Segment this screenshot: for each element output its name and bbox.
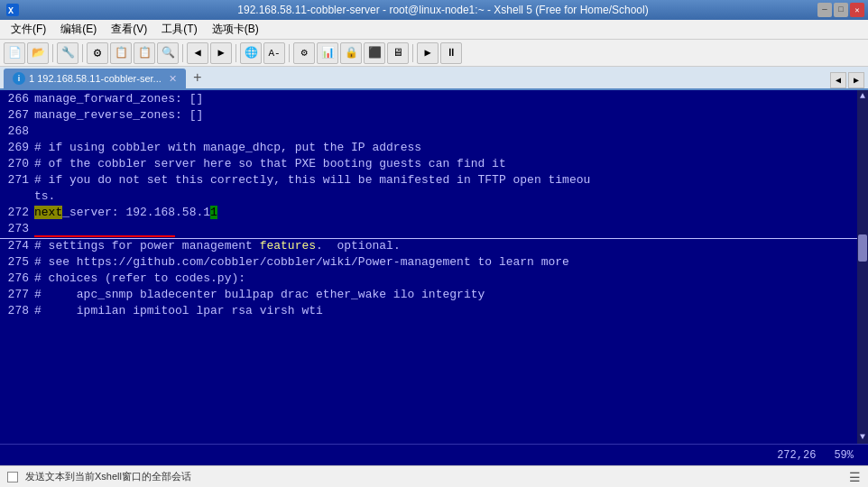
tab-next-button[interactable]: ▶ — [848, 72, 864, 88]
tb-btn6[interactable]: 🔍 — [157, 42, 179, 64]
tb-sep6 — [412, 44, 413, 62]
terminal-line-273: 273 — [0, 222, 868, 239]
terminal-line-267: 267 manage_reverse_zones: [] — [0, 108, 868, 124]
tb-btn15[interactable]: 🖥 — [387, 42, 409, 64]
tb-btn7[interactable]: ◀ — [187, 42, 208, 64]
send-all-checkbox[interactable] — [7, 472, 18, 482]
terminal-line-272: 272 next_server: 192.168.58.11 — [0, 206, 868, 222]
toolbar: 📄 📂 🔧 ⚙ 📋 📋 🔍 ◀ ▶ 🌐 A- ⚙ 📊 🔒 ⬛ 🖥 ▶ ⏸ — [0, 40, 868, 67]
tb-btn10[interactable]: A- — [263, 42, 285, 64]
title-bar: X 192.168.58.11-cobbler-server - root@li… — [0, 0, 868, 20]
terminal-line-276: 276 # choices (refer to codes.py): — [0, 271, 868, 288]
terminal-line-275: 275 # see https://github.com/cobbler/cob… — [0, 255, 868, 271]
terminal-line-277: 277 # apc_snmp bladecenter bullpap drac … — [0, 288, 868, 304]
tb-btn8[interactable]: ▶ — [210, 42, 232, 64]
tab-prev-button[interactable]: ◀ — [830, 72, 846, 88]
tab-info-icon: i — [13, 72, 25, 85]
highlight-cursor: 1 — [210, 206, 217, 219]
tb-btn11[interactable]: ⚙ — [293, 42, 315, 64]
scroll-thumb[interactable] — [858, 234, 867, 262]
tb-open[interactable]: 📂 — [27, 42, 49, 64]
svg-text:X: X — [8, 6, 14, 16]
tab-navigation: ◀ ▶ — [830, 72, 864, 88]
terminal-line-278: 278 # ipmilan ipmitool lpar rsa virsh wt… — [0, 304, 868, 320]
tb-sep5 — [289, 44, 290, 62]
maximize-button[interactable]: □ — [834, 3, 848, 17]
menu-bar: 文件(F) 编辑(E) 查看(V) 工具(T) 选项卡(B) — [0, 20, 868, 40]
tb-btn16[interactable]: ▶ — [417, 42, 439, 64]
cursor-position: 272,26 — [777, 449, 816, 462]
tb-btn4[interactable]: 📋 — [110, 42, 132, 64]
terminal-line-270: 270 # of the cobbler server here so that… — [0, 157, 868, 173]
tab-label: 1 192.168.58.11-cobbler-ser... — [29, 73, 162, 84]
tb-sep4 — [235, 44, 236, 62]
menu-edit[interactable]: 编辑(E) — [53, 20, 104, 39]
scrollbar[interactable]: ▲ ▼ — [857, 90, 868, 444]
send-all-label: 发送文本到当前Xshell窗口的全部会话 — [25, 470, 191, 483]
close-button[interactable]: ✕ — [850, 3, 864, 17]
minimize-button[interactable]: ─ — [817, 3, 832, 17]
tab-close-icon[interactable]: ✕ — [169, 73, 177, 85]
terminal-line-271b: ts. — [0, 189, 868, 206]
scroll-track[interactable] — [858, 105, 867, 429]
bottom-bar: 发送文本到当前Xshell窗口的全部会话 ☰ — [0, 465, 868, 487]
terminal-line-269: 269 # if using cobbler with manage_dhcp,… — [0, 141, 868, 157]
window-controls: ─ □ ✕ — [817, 3, 864, 17]
new-tab-button[interactable]: + — [188, 69, 208, 88]
tb-btn14[interactable]: ⬛ — [364, 42, 385, 64]
app-icon: X — [5, 3, 20, 17]
bottom-right-menu: ☰ — [849, 470, 861, 484]
scroll-percent: 59% — [834, 449, 854, 462]
tab-main[interactable]: i 1 192.168.58.11-cobbler-ser... ✕ — [4, 69, 186, 88]
bottom-menu-icon[interactable]: ☰ — [849, 470, 861, 484]
terminal[interactable]: 266 manage_forward_zones: [] 267 manage_… — [0, 90, 868, 444]
tb-btn9[interactable]: 🌐 — [240, 42, 262, 64]
terminal-line-266: 266 manage_forward_zones: [] — [0, 92, 868, 108]
tb-btn13[interactable]: 🔒 — [340, 42, 362, 64]
scroll-down-button[interactable]: ▼ — [860, 431, 865, 444]
tb-btn3[interactable]: ⚙ — [87, 42, 108, 64]
tb-btn5[interactable]: 📋 — [134, 42, 155, 64]
tb-new[interactable]: 📄 — [4, 42, 25, 64]
tb-btn17[interactable]: ⏸ — [440, 42, 462, 64]
menu-tools[interactable]: 工具(T) — [154, 20, 204, 39]
menu-file[interactable]: 文件(F) — [4, 20, 53, 39]
terminal-line-274: 274 # settings for power management feat… — [0, 239, 868, 255]
terminal-line-271: 271 # if you do not set this correctly, … — [0, 173, 868, 189]
tb-sep2 — [82, 44, 83, 62]
scroll-up-button[interactable]: ▲ — [860, 90, 865, 103]
menu-view[interactable]: 查看(V) — [104, 20, 154, 39]
tb-sep3 — [182, 44, 183, 62]
tb-btn12[interactable]: 📊 — [317, 42, 338, 64]
tab-bar: i 1 192.168.58.11-cobbler-ser... ✕ + ◀ ▶ — [0, 67, 868, 90]
tb-sep1 — [52, 44, 53, 62]
tb-properties[interactable]: 🔧 — [57, 42, 78, 64]
highlight-next: next — [34, 206, 62, 219]
menu-tabs[interactable]: 选项卡(B) — [205, 20, 266, 39]
terminal-status-bar: 272,26 59% — [0, 444, 868, 465]
window-title: 192.168.58.11-cobbler-server - root@linu… — [23, 4, 863, 16]
terminal-line-268: 268 — [0, 124, 868, 141]
